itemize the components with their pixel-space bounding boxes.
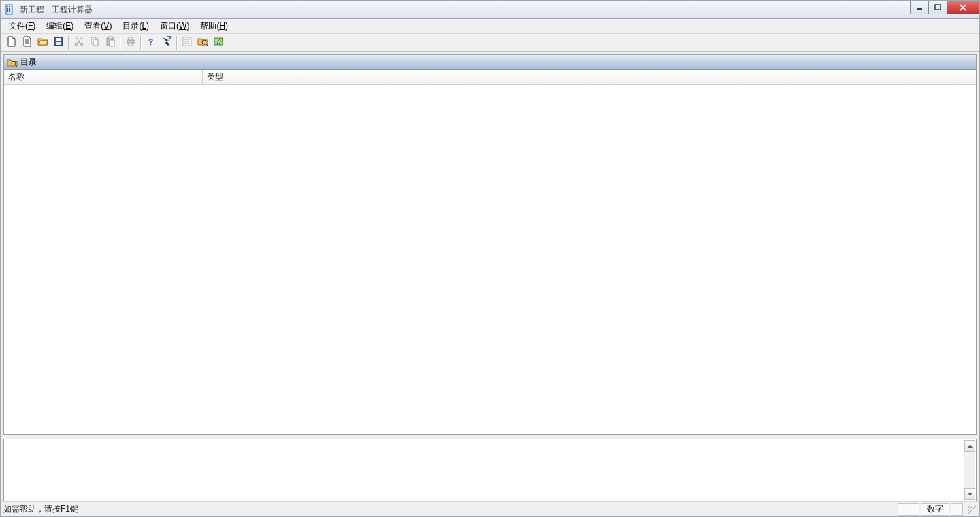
title-bar: 新工程 - 工程计算器 [0,0,980,19]
paste-icon [105,36,116,49]
svg-rect-1 [7,6,8,7]
svg-rect-20 [129,37,133,40]
toolbar-separator [140,36,141,50]
toolbar-separator [120,36,120,50]
svg-rect-21 [129,43,133,46]
find-button[interactable] [195,35,210,50]
toolbar-separator [176,36,177,50]
svg-rect-8 [935,5,941,10]
save-button[interactable] [50,35,66,50]
scroll-track[interactable] [964,452,975,488]
menu-accel: F [28,21,33,31]
svg-rect-10 [56,38,61,41]
app-icon [5,4,16,15]
menu-help[interactable]: 帮助(H) [195,19,233,33]
cut-icon [74,36,84,49]
menu-window[interactable]: 窗口(W) [154,19,195,33]
scroll-down-button[interactable] [964,488,975,500]
note-icon [213,36,224,49]
save-icon [53,36,64,49]
new-button[interactable] [3,35,19,50]
menu-accel: W [179,21,186,31]
svg-rect-17 [108,37,112,39]
output-panel [3,439,977,501]
window-controls [911,1,979,14]
new-page-button[interactable] [19,35,35,50]
context-help-icon: ? [161,36,172,49]
list-icon [182,36,193,49]
directory-panel: 目录 名称 类型 [3,54,977,435]
close-button[interactable] [947,1,979,14]
svg-text:?: ? [148,37,153,47]
cut-button[interactable] [71,35,86,50]
print-icon [125,36,136,49]
svg-point-12 [75,43,78,46]
svg-rect-2 [9,6,10,7]
copy-icon [89,36,100,49]
svg-rect-15 [93,39,98,46]
column-name[interactable]: 名称 [4,70,203,84]
svg-rect-6 [9,10,10,12]
column-headers: 名称 类型 [4,70,976,85]
directory-panel-title: 目录 [20,56,37,68]
list-view-button[interactable] [179,35,195,50]
menu-label: 查看 [84,21,101,31]
status-cell-empty [898,503,919,516]
menu-directory[interactable]: 目录(L) [117,19,154,33]
column-type[interactable]: 类型 [203,70,355,84]
page-icon [22,36,33,49]
output-area[interactable] [4,439,976,501]
svg-rect-3 [7,8,8,10]
menu-file[interactable]: 文件(F) [3,19,41,33]
svg-text:?: ? [167,36,172,44]
svg-rect-7 [917,8,922,10]
window-title: 新工程 - 工程计算器 [20,4,93,16]
open-button[interactable] [35,35,50,50]
status-numlock: 数字 [921,503,949,516]
paste-button[interactable] [102,35,118,50]
status-bar: 如需帮助，请按F1键 数字 [1,501,979,516]
menu-bar: 文件(F) 编辑(E) 查看(V) 目录(L) 窗口(W) 帮助(H) [1,19,979,34]
status-cell-empty2 [951,503,963,516]
maximize-button[interactable] [928,1,947,14]
menu-label: 目录 [122,21,139,31]
app-frame: 文件(F) 编辑(E) 查看(V) 目录(L) 窗口(W) 帮助(H) ? ? [0,19,980,517]
scroll-up-button[interactable] [964,440,975,452]
svg-rect-5 [7,10,8,12]
vertical-scrollbar[interactable] [964,440,975,500]
folder-open-icon [37,36,48,49]
menu-accel: V [103,21,109,31]
minimize-button[interactable] [910,1,929,14]
help-icon: ? [146,36,157,49]
new-file-icon [6,36,17,49]
menu-accel: L [142,21,146,31]
status-help-text: 如需帮助，请按F1键 [3,503,896,515]
svg-rect-18 [110,40,114,46]
toolbar: ? ? [1,34,979,52]
find-folder-icon [197,36,208,49]
content-area: 目录 名称 类型 [1,52,979,501]
menu-label: 窗口 [160,21,176,31]
copy-button[interactable] [86,35,102,50]
svg-rect-11 [56,42,61,45]
directory-panel-header: 目录 [4,55,976,70]
help-button[interactable]: ? [143,35,159,50]
toolbar-separator [68,36,69,50]
context-help-button[interactable]: ? [159,35,174,50]
menu-label: 帮助 [200,21,216,31]
menu-accel: E [65,21,71,31]
resize-grip[interactable] [966,504,977,515]
note-button[interactable] [210,35,226,50]
svg-rect-4 [9,8,10,10]
menu-label: 文件 [9,21,25,31]
menu-label: 编辑 [46,21,63,31]
folder-search-icon [7,57,18,68]
column-blank[interactable] [355,70,976,84]
print-button[interactable] [122,35,138,50]
menu-view[interactable]: 查看(V) [79,19,117,33]
menu-accel: H [219,21,225,31]
svg-point-13 [80,43,83,46]
directory-list[interactable] [4,85,976,434]
column-label: 类型 [207,71,223,83]
menu-edit[interactable]: 编辑(E) [41,19,79,33]
